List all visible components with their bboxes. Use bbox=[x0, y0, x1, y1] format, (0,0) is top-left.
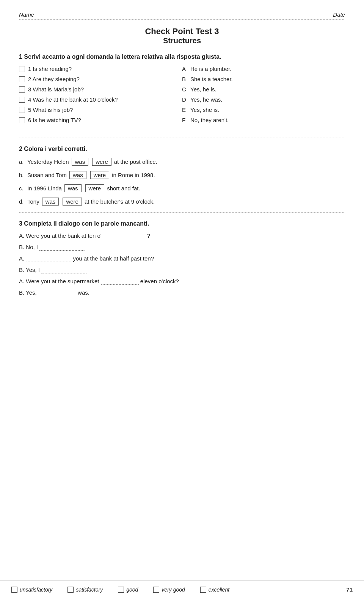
list-item: 6 Is he watching TV? bbox=[19, 117, 182, 123]
header-row: Name Date bbox=[19, 11, 345, 20]
list-item: C Yes, he is. bbox=[182, 86, 345, 93]
rating-very-good: very good bbox=[153, 586, 185, 593]
section2-heading: 2 Colora i verbi corretti. bbox=[19, 146, 345, 152]
verb-was-d[interactable]: was bbox=[42, 198, 59, 206]
dialog-line-1: A. Were you at the bank at ten o' ? bbox=[19, 232, 345, 239]
verb-was-b[interactable]: was bbox=[69, 171, 86, 179]
blank-5[interactable] bbox=[101, 278, 139, 285]
checkbox-unsatisfactory[interactable] bbox=[11, 587, 17, 593]
verb-were-b[interactable]: were bbox=[90, 171, 110, 179]
checkbox-excellent[interactable] bbox=[200, 587, 206, 593]
section1-matching: 1 Is she reading? 2 Are they sleeping? 3… bbox=[19, 66, 345, 127]
answers-col: A He is a plumber. B She is a teacher. C… bbox=[182, 66, 345, 127]
verb-were-d[interactable]: were bbox=[63, 198, 82, 206]
q-num: 6 Is he watching TV? bbox=[28, 117, 81, 123]
q-num: 5 What is his job? bbox=[28, 107, 73, 113]
checkbox-4[interactable] bbox=[19, 97, 25, 103]
list-item: A He is a plumber. bbox=[182, 66, 345, 72]
questions-col: 1 Is she reading? 2 Are they sleeping? 3… bbox=[19, 66, 182, 127]
rating-satisfactory: satisfactory bbox=[67, 586, 103, 593]
divider-1 bbox=[19, 138, 345, 138]
checkbox-satisfactory[interactable] bbox=[67, 587, 74, 593]
exercise-d: d. Tony was were at the butcher's at 9 o… bbox=[19, 198, 345, 206]
rating-excellent: excellent bbox=[200, 586, 229, 593]
main-title: Check Point Test 3 bbox=[19, 27, 345, 36]
page-number: 71 bbox=[346, 586, 353, 593]
list-item: F No, they aren't. bbox=[182, 117, 345, 123]
q-num: 3 What is Maria's job? bbox=[28, 86, 84, 93]
checkbox-1[interactable] bbox=[19, 66, 25, 72]
rating-good: good bbox=[118, 586, 138, 593]
rating-label-excellent: excellent bbox=[209, 587, 229, 593]
page: Name Date Check Point Test 3 Structures … bbox=[0, 0, 364, 598]
rating-label-unsatisfactory: unsatisfactory bbox=[20, 587, 52, 593]
blank-6[interactable] bbox=[38, 289, 76, 296]
rating-label-satisfactory: satisfactory bbox=[76, 587, 103, 593]
dialog-line-2: B. No, I bbox=[19, 244, 345, 251]
section1-heading: 1 Scrivi accanto a ogni domanda la lette… bbox=[19, 53, 345, 60]
exercise-a: a. Yesterday Helen was were at the post … bbox=[19, 158, 345, 166]
checkbox-good[interactable] bbox=[118, 587, 124, 593]
list-item: E Yes, she is. bbox=[182, 107, 345, 113]
list-item: 1 Is she reading? bbox=[19, 66, 182, 72]
exercise-b: b. Susan and Tom was were in Rome in 199… bbox=[19, 171, 345, 179]
list-item: B She is a teacher. bbox=[182, 76, 345, 82]
checkbox-very-good[interactable] bbox=[153, 587, 159, 593]
name-label: Name bbox=[19, 11, 34, 18]
rating-label-good: good bbox=[126, 587, 138, 593]
list-item: 2 Are they sleeping? bbox=[19, 76, 182, 82]
rating-label-very-good: very good bbox=[162, 587, 185, 593]
blank-2[interactable] bbox=[39, 244, 85, 251]
dialog-line-5: A. Were you at the supermarket eleven o'… bbox=[19, 278, 345, 285]
rating-unsatisfactory: unsatisfactory bbox=[11, 586, 52, 593]
list-item: 4 Was he at the bank at 10 o'clock? bbox=[19, 96, 182, 103]
dialog-line-6: B. Yes, was. bbox=[19, 289, 345, 296]
verb-were-a[interactable]: were bbox=[92, 158, 111, 166]
q-num: 1 Is she reading? bbox=[28, 66, 72, 72]
dialog-line-3: A. you at the bank at half past ten? bbox=[19, 255, 345, 262]
list-item: 5 What is his job? bbox=[19, 107, 182, 113]
checkbox-2[interactable] bbox=[19, 76, 25, 82]
exercise-c: c. In 1996 Linda was were short and fat. bbox=[19, 184, 345, 192]
list-item: D Yes, he was. bbox=[182, 96, 345, 103]
list-item: 3 What is Maria's job? bbox=[19, 86, 182, 93]
footer-bar: unsatisfactory satisfactory good very go… bbox=[0, 581, 364, 598]
blank-3[interactable] bbox=[26, 255, 71, 262]
title-block: Check Point Test 3 Structures bbox=[19, 27, 345, 45]
date-label: Date bbox=[333, 11, 345, 18]
verb-were-c[interactable]: were bbox=[85, 184, 105, 192]
blank-4[interactable] bbox=[41, 267, 87, 273]
verb-was-a[interactable]: was bbox=[72, 158, 89, 166]
checkbox-5[interactable] bbox=[19, 107, 25, 113]
divider-2 bbox=[19, 212, 345, 213]
q-num: 4 Was he at the bank at 10 o'clock? bbox=[28, 96, 118, 103]
blank-1[interactable] bbox=[102, 232, 147, 239]
dialog-line-4: B. Yes, I bbox=[19, 267, 345, 273]
section3-heading: 3 Completa il dialogo con le parole manc… bbox=[19, 220, 345, 227]
sub-title: Structures bbox=[19, 36, 345, 45]
q-num: 2 Are they sleeping? bbox=[28, 76, 80, 82]
checkbox-6[interactable] bbox=[19, 117, 25, 123]
checkbox-3[interactable] bbox=[19, 86, 25, 93]
verb-was-c[interactable]: was bbox=[64, 184, 82, 192]
